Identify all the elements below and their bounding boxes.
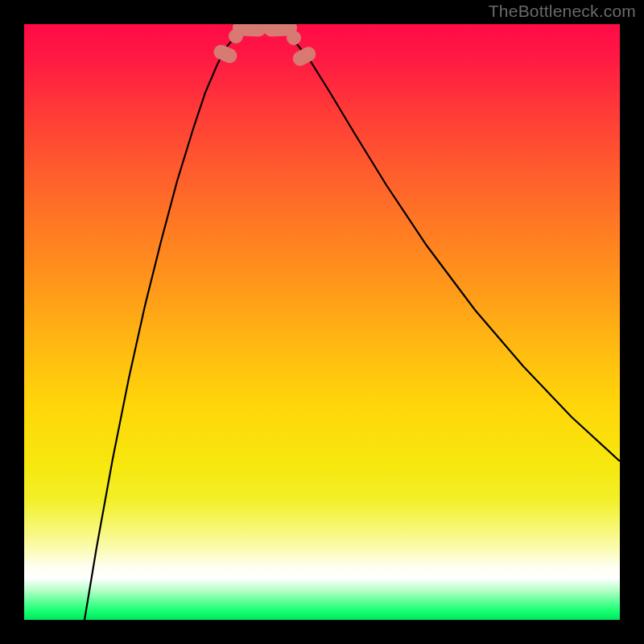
- plot-area: [24, 24, 620, 620]
- watermark-text: TheBottleneck.com: [489, 2, 636, 21]
- marker-pill: [212, 43, 240, 65]
- curve-layer: [24, 24, 620, 620]
- marker-dot: [287, 31, 301, 45]
- marker-pill: [233, 24, 267, 37]
- chart-container: TheBottleneck.com: [0, 0, 644, 644]
- bottleneck-curve: [85, 27, 620, 620]
- marker-pill: [291, 44, 319, 68]
